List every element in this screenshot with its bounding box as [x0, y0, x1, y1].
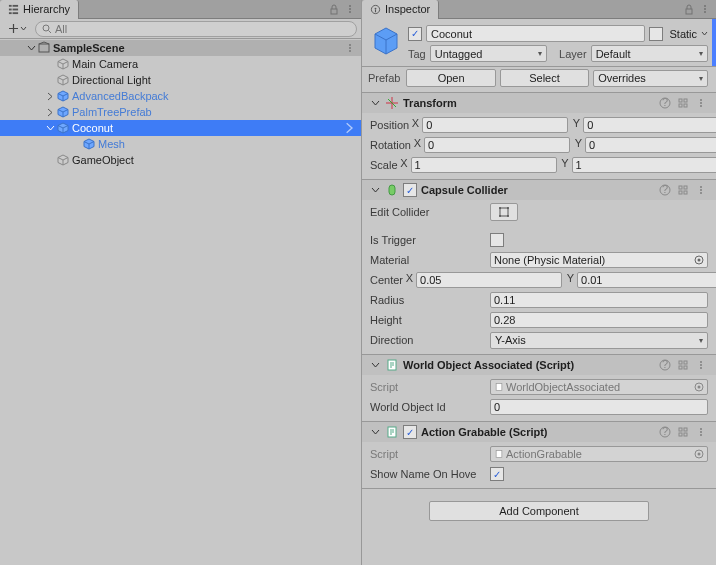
script-icon [385, 425, 399, 439]
svg-point-9 [349, 11, 351, 13]
world-object-id-field[interactable] [490, 399, 708, 415]
object-picker-icon[interactable] [693, 448, 705, 460]
preset-icon[interactable] [676, 425, 690, 439]
edit-collider-button[interactable] [490, 203, 518, 221]
foldout-icon[interactable] [370, 427, 381, 438]
object-picker-icon[interactable] [693, 381, 705, 393]
scale-y[interactable] [572, 157, 716, 173]
script-icon [385, 358, 399, 372]
capsule-icon [385, 183, 399, 197]
svg-rect-58 [496, 383, 502, 390]
active-checkbox[interactable] [408, 27, 422, 41]
preset-icon[interactable] [676, 358, 690, 372]
direction-dropdown[interactable]: Y-Axis [490, 332, 708, 349]
hierarchy-search[interactable] [35, 21, 357, 37]
svg-rect-11 [39, 44, 49, 52]
hierarchy-tab[interactable]: Hierarchy [0, 0, 79, 19]
tree-row[interactable]: GameObject [0, 152, 361, 168]
row-menu-icon[interactable] [343, 121, 357, 135]
foldout-icon[interactable] [370, 185, 381, 196]
scene-row[interactable]: SampleScene [0, 40, 361, 56]
foldout-icon[interactable] [45, 123, 56, 134]
prefab-cube-icon [56, 89, 70, 103]
pane-menu-icon[interactable] [698, 2, 712, 16]
scene-menu-icon[interactable] [343, 41, 357, 55]
tree-row[interactable]: AdvancedBackpack [0, 88, 361, 104]
rotation-x[interactable] [424, 137, 570, 153]
svg-rect-36 [679, 191, 682, 194]
component-enable-checkbox[interactable] [403, 425, 417, 439]
foldout-icon[interactable] [45, 91, 56, 102]
center-y[interactable] [577, 272, 716, 288]
prefab-select-button[interactable]: Select [500, 69, 589, 87]
static-dropdown-icon[interactable] [701, 30, 708, 37]
tree-row[interactable]: Directional Light [0, 72, 361, 88]
static-checkbox[interactable] [649, 27, 663, 41]
scene-label: SampleScene [53, 42, 361, 54]
prefab-overrides-dropdown[interactable]: Overrides [593, 70, 708, 87]
help-icon[interactable]: ? [658, 358, 672, 372]
rotation-y[interactable] [585, 137, 716, 153]
material-field[interactable]: None (Physic Material) [490, 252, 708, 268]
lock-icon[interactable] [327, 2, 341, 16]
search-input[interactable] [55, 23, 350, 35]
is-trigger-label: Is Trigger [370, 234, 490, 246]
hierarchy-title: Hierarchy [23, 3, 70, 15]
object-picker-icon[interactable] [693, 254, 705, 266]
create-button[interactable] [4, 23, 31, 34]
preset-icon[interactable] [676, 96, 690, 110]
tree-row[interactable]: PalmTreePrefab [0, 104, 361, 120]
prefab-row: Prefab Open Select Overrides [362, 67, 716, 93]
component-enable-checkbox[interactable] [403, 183, 417, 197]
svg-point-20 [704, 8, 706, 10]
lock-icon[interactable] [682, 2, 696, 16]
foldout-icon[interactable] [45, 107, 56, 118]
component-menu-icon[interactable] [694, 358, 708, 372]
tree-row[interactable]: Coconut [0, 120, 361, 136]
svg-point-40 [700, 192, 702, 194]
transform-icon [385, 96, 399, 110]
inspector-tab[interactable]: Inspector [362, 0, 439, 19]
svg-rect-2 [9, 12, 12, 14]
layer-dropdown[interactable]: Default [591, 45, 708, 62]
tag-dropdown[interactable]: Untagged [430, 45, 547, 62]
prefab-cube-icon [370, 25, 402, 57]
svg-rect-52 [684, 361, 687, 364]
radius-field[interactable] [490, 292, 708, 308]
component-menu-icon[interactable] [694, 183, 708, 197]
position-y[interactable] [583, 117, 716, 133]
foldout-icon[interactable] [26, 43, 37, 54]
position-x[interactable] [422, 117, 568, 133]
svg-point-19 [704, 5, 706, 7]
height-label: Height [370, 314, 490, 326]
help-icon[interactable]: ? [658, 96, 672, 110]
svg-rect-5 [13, 12, 18, 14]
foldout-icon[interactable] [370, 360, 381, 371]
svg-rect-27 [684, 104, 687, 107]
help-icon[interactable]: ? [658, 183, 672, 197]
action-grabable-component: Action Grabable (Script) ? ScriptActionG… [362, 422, 716, 489]
component-menu-icon[interactable] [694, 96, 708, 110]
preset-icon[interactable] [676, 183, 690, 197]
component-title: Action Grabable (Script) [421, 426, 654, 438]
add-component-button[interactable]: Add Component [429, 501, 649, 521]
pane-menu-icon[interactable] [343, 2, 357, 16]
tree-row[interactable]: Main Camera [0, 56, 361, 72]
center-x[interactable] [416, 272, 562, 288]
svg-point-30 [700, 105, 702, 107]
help-icon[interactable]: ? [658, 425, 672, 439]
prefab-open-button[interactable]: Open [406, 69, 495, 87]
foldout-icon[interactable] [370, 98, 381, 109]
scale-x[interactable] [411, 157, 557, 173]
height-field[interactable] [490, 312, 708, 328]
prefab-indicator [712, 19, 716, 66]
tree-item-label: GameObject [72, 154, 361, 166]
svg-text:?: ? [662, 184, 668, 195]
tree-row[interactable]: Mesh [0, 136, 361, 152]
hierarchy-tree: SampleScene Main CameraDirectional Light… [0, 39, 361, 565]
component-menu-icon[interactable] [694, 425, 708, 439]
svg-rect-0 [9, 4, 12, 6]
show-name-on-hover-checkbox[interactable] [490, 467, 504, 481]
object-name-field[interactable] [426, 25, 645, 42]
is-trigger-checkbox[interactable] [490, 233, 504, 247]
